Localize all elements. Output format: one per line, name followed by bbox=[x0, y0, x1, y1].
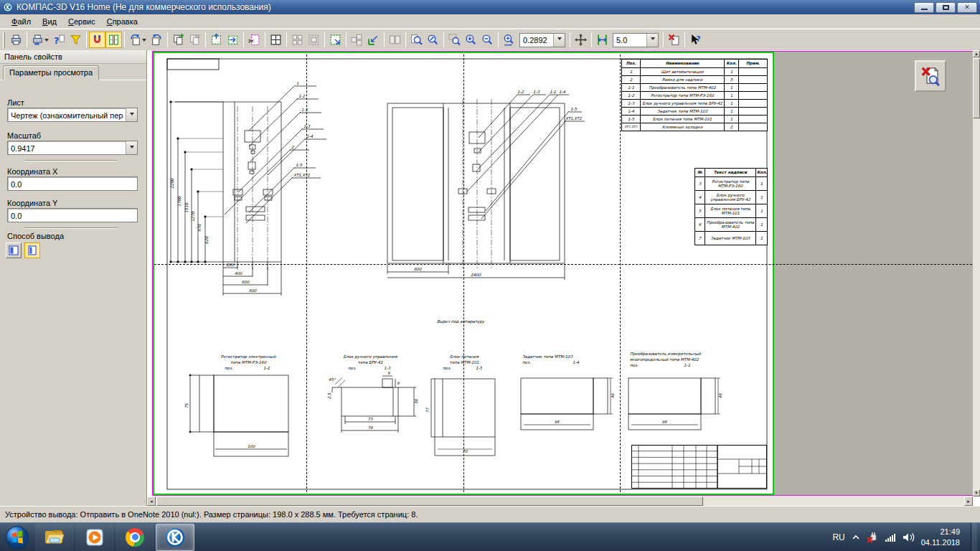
output-mode-all-button[interactable] bbox=[6, 242, 22, 258]
fit-selection-button[interactable] bbox=[327, 32, 344, 48]
menu-file[interactable]: Файл bbox=[6, 16, 37, 27]
power-plug-icon[interactable] bbox=[867, 532, 878, 543]
sheet-combo-input[interactable] bbox=[8, 108, 126, 121]
printer-setup-button[interactable] bbox=[29, 32, 51, 48]
snap-corner-button[interactable] bbox=[365, 32, 382, 48]
scroll-up-button[interactable]: ▲ bbox=[973, 50, 980, 57]
svg-text:1: 1 bbox=[296, 81, 299, 85]
page-layout-toggle[interactable] bbox=[105, 32, 122, 48]
separator-rule bbox=[24, 227, 118, 229]
snap-magnet-toggle[interactable] bbox=[89, 32, 105, 48]
show-desktop-button[interactable] bbox=[971, 523, 977, 551]
zoom-scale-combo[interactable] bbox=[519, 33, 565, 47]
two-pages-icon bbox=[389, 34, 401, 46]
zoom-out-button[interactable] bbox=[479, 32, 496, 48]
finish-preview-button[interactable] bbox=[915, 60, 946, 92]
detail-power-caption: Блок питания типа МТМ-101 поз.1-5 77 70 bbox=[425, 354, 482, 453]
sheet-combo[interactable] bbox=[7, 108, 138, 122]
taskbar-media-player-button[interactable] bbox=[75, 524, 114, 551]
taskbar-chrome-button[interactable] bbox=[116, 524, 154, 551]
vertical-scroll-thumb[interactable] bbox=[973, 58, 980, 118]
arrange-icon bbox=[351, 34, 363, 46]
horizontal-scroll-thumb[interactable] bbox=[156, 496, 703, 506]
sheet-label: Лист bbox=[7, 98, 24, 107]
coord-x-field[interactable] bbox=[7, 176, 138, 191]
two-pages-button[interactable] bbox=[387, 32, 403, 48]
zoom-rectangle-icon bbox=[448, 34, 461, 46]
svg-text:75: 75 bbox=[184, 403, 189, 408]
properties-panel-header[interactable]: Панель свойств bbox=[0, 50, 146, 64]
toolbar-grip[interactable] bbox=[3, 32, 5, 48]
coord-y-field[interactable] bbox=[7, 208, 138, 222]
zoom-document-button[interactable] bbox=[408, 32, 425, 48]
zoom-rectangle-button[interactable] bbox=[446, 32, 463, 48]
page-step-combo[interactable] bbox=[613, 33, 659, 47]
dropdown-caret-icon bbox=[142, 39, 146, 44]
page-step-dropdown-button[interactable] bbox=[646, 34, 658, 47]
print-button[interactable] bbox=[8, 32, 24, 48]
output-mode-part-button[interactable] bbox=[24, 242, 40, 258]
scroll-down-button[interactable]: ▼ bbox=[973, 489, 980, 496]
svg-text:поз.: поз. bbox=[522, 360, 531, 364]
menu-help[interactable]: Справка bbox=[101, 16, 143, 27]
what-is-button[interactable]: ? bbox=[51, 32, 67, 48]
close-button[interactable]: ✕ bbox=[957, 2, 977, 13]
start-button[interactable] bbox=[0, 524, 34, 551]
labels-table: №Текст надписиКол. 3Регистратор типа МТМ… bbox=[694, 168, 768, 245]
split-window-button[interactable] bbox=[268, 32, 284, 48]
svg-text:1510: 1510 bbox=[184, 203, 189, 213]
zoom-scale-input[interactable] bbox=[520, 34, 553, 47]
rotate-right-button[interactable] bbox=[149, 32, 165, 48]
select-region-button[interactable] bbox=[306, 32, 322, 48]
arrange-pages-button[interactable] bbox=[349, 32, 365, 48]
delete-pages-button[interactable] bbox=[187, 32, 203, 48]
maximize-button[interactable] bbox=[936, 2, 956, 13]
detail-preobrazovatel-caption: Преобразователь измерительный многопреде… bbox=[630, 352, 722, 424]
minimize-button[interactable] bbox=[914, 2, 934, 13]
coord-y-input[interactable] bbox=[8, 209, 137, 222]
context-help-button[interactable]: ? bbox=[687, 32, 704, 48]
zoom-scale-dropdown-button[interactable] bbox=[553, 34, 565, 47]
zoom-scale-button[interactable] bbox=[501, 32, 517, 48]
svg-text:1-4: 1-4 bbox=[573, 360, 579, 364]
menu-service[interactable]: Сервис bbox=[62, 16, 101, 27]
network-signal-icon[interactable] bbox=[885, 532, 896, 542]
horizontal-scrollbar[interactable]: ◄ ► bbox=[147, 496, 973, 506]
volume-icon[interactable] bbox=[903, 532, 915, 542]
add-sheet-right-button[interactable] bbox=[225, 32, 241, 48]
taskbar-kompas-button[interactable] bbox=[156, 524, 194, 551]
svg-text:1-1: 1-1 bbox=[301, 108, 308, 112]
taskbar-explorer-button[interactable] bbox=[35, 524, 74, 551]
scale-combo-input[interactable] bbox=[8, 141, 126, 154]
coord-x-input[interactable] bbox=[8, 177, 137, 190]
scroll-right-button[interactable]: ► bbox=[964, 496, 973, 506]
zoom-document-icon bbox=[410, 34, 423, 46]
zoom-in-button[interactable] bbox=[463, 32, 479, 48]
scroll-left-button[interactable]: ◄ bbox=[147, 496, 156, 506]
page-step-input[interactable] bbox=[613, 34, 646, 47]
copy-pages-button[interactable] bbox=[170, 32, 187, 48]
cut-sheet-button[interactable]: ✂ bbox=[246, 32, 263, 48]
rotate-left-button[interactable] bbox=[127, 32, 149, 48]
pan-button[interactable] bbox=[573, 32, 589, 48]
close-preview-toolbar-button[interactable] bbox=[666, 32, 682, 48]
properties-panel: Панель свойств Параметры просмотра Лист … bbox=[0, 50, 147, 506]
sheet-combo-dropdown[interactable] bbox=[126, 108, 137, 121]
tab-view-parameters[interactable]: Параметры просмотра bbox=[3, 65, 99, 80]
preview-canvas[interactable]: 2200 1700 1510 1270 970 620 200 400 600 … bbox=[147, 50, 980, 506]
taskbar-clock[interactable]: 21:49 04.11.2018 bbox=[921, 527, 964, 548]
zoom-previous-button[interactable] bbox=[425, 32, 441, 48]
svg-text:2: 2 bbox=[291, 145, 294, 149]
scale-combo[interactable] bbox=[7, 141, 138, 155]
show-hidden-icons-button[interactable] bbox=[852, 534, 860, 540]
tile-pages-button[interactable] bbox=[289, 32, 306, 48]
menu-view[interactable]: Вид bbox=[37, 16, 62, 27]
filter-button[interactable] bbox=[67, 32, 84, 48]
scale-combo-dropdown[interactable] bbox=[126, 141, 137, 154]
language-indicator[interactable]: RU bbox=[832, 532, 844, 542]
add-sheet-above-button[interactable] bbox=[208, 32, 225, 48]
detail-registrator bbox=[189, 375, 288, 456]
page-step-button[interactable] bbox=[594, 32, 611, 48]
vertical-scrollbar[interactable]: ▲ ▼ bbox=[973, 50, 980, 496]
printer-setup-icon bbox=[32, 34, 44, 46]
